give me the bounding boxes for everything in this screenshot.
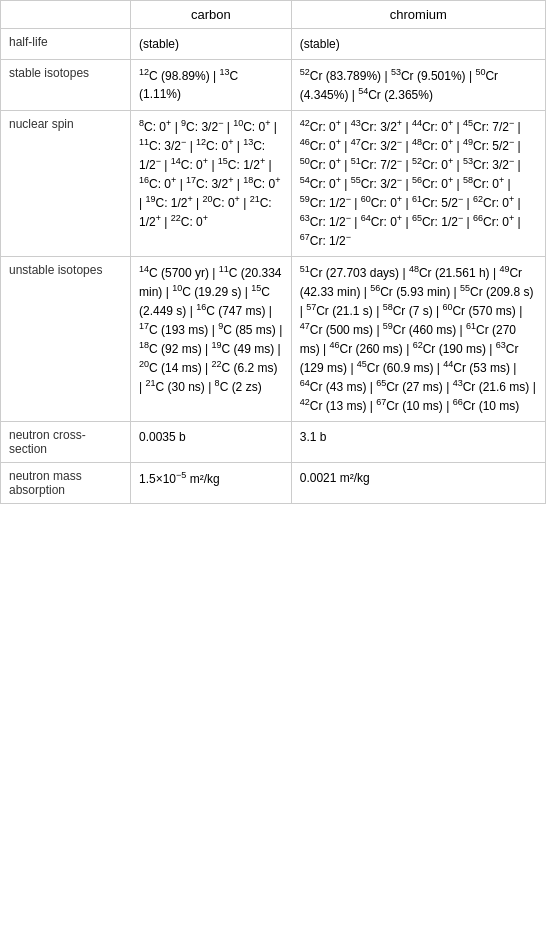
neutron-mass-absorption-carbon: 1.5×10−5 m²/kg (131, 463, 292, 504)
neutron-mass-absorption-row: neutron mass absorption 1.5×10−5 m²/kg 0… (1, 463, 546, 504)
half-life-label: half-life (1, 29, 131, 60)
neutron-cross-section-label: neutron cross-section (1, 422, 131, 463)
neutron-mass-absorption-chromium: 0.0021 m²/kg (291, 463, 545, 504)
stable-isotopes-label: stable isotopes (1, 60, 131, 111)
nuclear-spin-label: nuclear spin (1, 111, 131, 257)
stable-isotopes-row: stable isotopes 12C (98.89%) | 13C (1.11… (1, 60, 546, 111)
unstable-isotopes-chromium: 51Cr (27.703 days) | 48Cr (21.561 h) | 4… (291, 257, 545, 422)
neutron-cross-section-carbon: 0.0035 b (131, 422, 292, 463)
stable-isotopes-carbon: 12C (98.89%) | 13C (1.11%) (131, 60, 292, 111)
chromium-header: chromium (291, 1, 545, 29)
neutron-mass-absorption-label: neutron mass absorption (1, 463, 131, 504)
unstable-isotopes-carbon: 14C (5700 yr) | 11C (20.334 min) | 10C (… (131, 257, 292, 422)
unstable-isotopes-label: unstable isotopes (1, 257, 131, 422)
half-life-chromium: (stable) (291, 29, 545, 60)
nuclear-spin-chromium: 42Cr: 0+ | 43Cr: 3/2+ | 44Cr: 0+ | 45Cr:… (291, 111, 545, 257)
half-life-carbon: (stable) (131, 29, 292, 60)
neutron-cross-section-row: neutron cross-section 0.0035 b 3.1 b (1, 422, 546, 463)
carbon-header: carbon (131, 1, 292, 29)
stable-isotopes-chromium: 52Cr (83.789%) | 53Cr (9.501%) | 50Cr (4… (291, 60, 545, 111)
half-life-row: half-life (stable) (stable) (1, 29, 546, 60)
neutron-cross-section-chromium: 3.1 b (291, 422, 545, 463)
empty-header (1, 1, 131, 29)
nuclear-spin-row: nuclear spin 8C: 0+ | 9C: 3/2− | 10C: 0+… (1, 111, 546, 257)
nuclear-spin-carbon: 8C: 0+ | 9C: 3/2− | 10C: 0+ | 11C: 3/2− … (131, 111, 292, 257)
unstable-isotopes-row: unstable isotopes 14C (5700 yr) | 11C (2… (1, 257, 546, 422)
